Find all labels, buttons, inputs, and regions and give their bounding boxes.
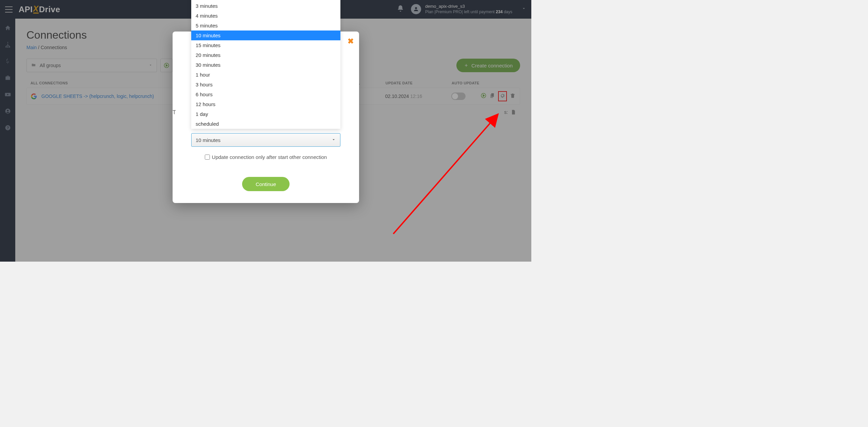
checkbox-input[interactable] xyxy=(205,155,210,160)
interval-option[interactable]: 1 hour xyxy=(191,70,340,80)
interval-option[interactable]: 6 hours xyxy=(191,89,340,99)
interval-option[interactable]: 10 minutes xyxy=(191,30,340,40)
update-after-other-checkbox[interactable]: Update connection only after start other… xyxy=(191,154,340,160)
interval-dropdown-list: 2 minutes3 minutes4 minutes5 minutes10 m… xyxy=(191,0,340,129)
continue-button[interactable]: Continue xyxy=(242,177,290,191)
modal-label-partial: T xyxy=(173,109,176,116)
interval-option[interactable]: 3 hours xyxy=(191,80,340,89)
interval-option[interactable]: scheduled xyxy=(191,119,340,129)
interval-option[interactable]: 30 minutes xyxy=(191,60,340,70)
interval-option[interactable]: 3 minutes xyxy=(191,1,340,11)
chevron-down-icon xyxy=(331,137,336,143)
interval-option[interactable]: 20 minutes xyxy=(191,50,340,60)
interval-option[interactable]: 12 hours xyxy=(191,99,340,109)
interval-option[interactable]: 15 minutes xyxy=(191,40,340,50)
interval-option[interactable]: 1 day xyxy=(191,109,340,119)
interval-select[interactable]: 10 minutes xyxy=(191,133,340,147)
interval-option[interactable]: 5 minutes xyxy=(191,21,340,30)
interval-selected-value: 10 minutes xyxy=(196,137,220,143)
interval-option[interactable]: 4 minutes xyxy=(191,11,340,21)
modal-close-button[interactable]: ✖ xyxy=(348,37,354,46)
